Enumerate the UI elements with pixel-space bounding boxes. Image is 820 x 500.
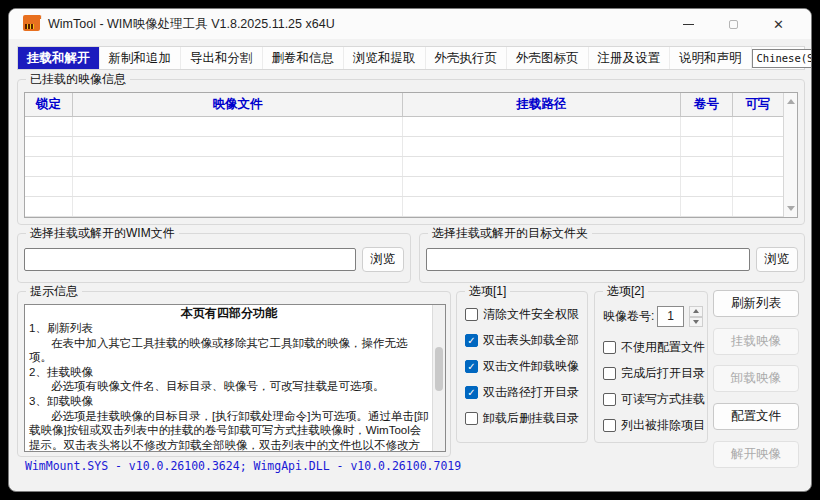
checkbox-box: ✓ <box>465 360 478 373</box>
checkbox-label: 不使用配置文件 <box>621 339 705 356</box>
checkbox-label: 双击文件卸载映像 <box>483 358 579 375</box>
dblclick-file-unmount-checkbox[interactable]: ✓双击文件卸载映像 <box>465 358 583 375</box>
table-row <box>25 137 783 157</box>
mount-image-button: 挂载映像 <box>713 328 799 355</box>
table-header-row: 锁定映像文件挂载路径卷号可写 <box>25 93 797 117</box>
open-dir-when-done-checkbox[interactable]: 完成后打开目录 <box>603 365 703 382</box>
stepper-up-icon[interactable] <box>689 306 703 317</box>
dblclick-path-open-dir-checkbox[interactable]: ✓双击路径打开目录 <box>465 384 583 401</box>
table-cell <box>733 177 783 196</box>
wim-file-input[interactable] <box>24 248 356 271</box>
column-mount-path[interactable]: 挂载路径 <box>403 93 681 116</box>
table-row <box>25 117 783 137</box>
hint-line: 3、卸载映像 <box>29 394 429 409</box>
column-image-file[interactable]: 映像文件 <box>73 93 403 116</box>
table-cell <box>733 137 783 156</box>
table-cell <box>733 117 783 136</box>
target-folder-group-label: 选择挂载或解开的目标文件夹 <box>428 226 592 240</box>
mounted-images-group: 已挂载的映像信息 锁定映像文件挂载路径卷号可写 <box>17 79 805 225</box>
tab-mount-unpack[interactable]: 挂载和解开 <box>18 47 100 69</box>
column-writable[interactable]: 可写 <box>733 93 783 116</box>
table-cell <box>25 177 73 196</box>
table-scrollbar[interactable] <box>783 93 797 217</box>
status-versions: WimMount.SYS - v10.0.26100.3624; WimgApi… <box>25 459 461 473</box>
table-cell <box>73 157 403 176</box>
tab-register-settings[interactable]: 注册及设置 <box>589 47 671 69</box>
checkbox-box <box>603 367 616 380</box>
tab-delete-volume-info[interactable]: 删卷和信息 <box>263 47 345 69</box>
tab-create-append[interactable]: 新制和追加 <box>100 47 182 69</box>
table-cell <box>403 177 681 196</box>
table-cell <box>681 137 733 156</box>
table-cell <box>25 157 73 176</box>
tab-shell-icon-page[interactable]: 外壳图标页 <box>507 47 589 69</box>
read-write-mount-checkbox[interactable]: 可读写方式挂载 <box>603 391 703 408</box>
tab-about[interactable]: 说明和声明 <box>670 47 752 69</box>
tab-bar: 挂载和解开新制和追加导出和分割删卷和信息浏览和提取外壳执行页外壳图标页注册及设置… <box>17 46 805 70</box>
tab-bar-items: 挂载和解开新制和追加导出和分割删卷和信息浏览和提取外壳执行页外壳图标页注册及设置… <box>18 47 752 69</box>
hint-lines: 1、刷新列表在表中加入其它工具挂载的映像或移除其它工具卸载的映像，操作无选项。2… <box>29 321 429 452</box>
refresh-list-button[interactable]: 刷新列表 <box>713 290 799 317</box>
table-cell <box>681 117 733 136</box>
table-cell <box>25 117 73 136</box>
scroll-down-icon[interactable] <box>787 206 795 211</box>
close-button[interactable]: ✕ <box>756 9 801 39</box>
table-cell <box>733 157 783 176</box>
no-config-file-checkbox[interactable]: 不使用配置文件 <box>603 339 703 356</box>
checkbox-label: 可读写方式挂载 <box>621 391 705 408</box>
checkbox-label: 双击路径打开目录 <box>483 384 579 401</box>
hint-info-group-label: 提示信息 <box>26 284 82 298</box>
app-window: WimTool - WIM映像处理工具 V1.8.2025.11.25 x64U… <box>8 8 812 492</box>
table-cell <box>73 177 403 196</box>
table-cell <box>25 197 73 216</box>
hint-line: 必选项有映像文件名、目标目录、映像号，可改写挂载是可选项。 <box>29 379 429 394</box>
mounted-images-table: 锁定映像文件挂载路径卷号可写 <box>24 92 798 218</box>
minimize-button[interactable] <box>666 9 711 39</box>
checkbox-label: 完成后打开目录 <box>621 365 705 382</box>
table-cell <box>403 117 681 136</box>
scroll-up-icon[interactable] <box>787 99 795 104</box>
clear-file-acl-checkbox[interactable]: 清除文件安全权限 <box>465 306 583 323</box>
table-row <box>25 157 783 177</box>
hint-info-group: 提示信息 本页有四部分功能 1、刷新列表在表中加入其它工具挂载的映像或移除其它工… <box>17 291 451 457</box>
table-cell <box>403 137 681 156</box>
folder-browse-button[interactable]: 浏览 <box>756 247 798 272</box>
table-cell <box>73 197 403 216</box>
table-cell <box>681 177 733 196</box>
stepper-down-icon[interactable] <box>689 317 703 328</box>
hint-line: 必选项是挂载映像的目标目录，[执行卸载处理命令]为可选项。通过单击[卸载映像]按… <box>29 409 429 452</box>
target-folder-input[interactable] <box>426 248 750 271</box>
checkbox-box: ✓ <box>465 334 478 347</box>
hint-scrollbar-thumb[interactable] <box>435 347 443 391</box>
hint-line: 1、刷新列表 <box>29 321 429 336</box>
delete-mount-dir-after-unmount-checkbox[interactable]: 卸载后删挂载目录 <box>465 410 583 427</box>
language-select-value: Chinese(Simp <box>757 52 813 64</box>
table-row <box>25 197 783 217</box>
target-folder-group: 选择挂载或解开的目标文件夹 浏览 <box>419 233 805 283</box>
config-file-button[interactable]: 配置文件 <box>713 403 799 430</box>
tab-export-split[interactable]: 导出和分割 <box>181 47 263 69</box>
app-icon <box>23 17 40 31</box>
language-select[interactable]: Chinese(Simp ∨ <box>752 49 813 68</box>
volume-number-input[interactable]: 1 <box>657 306 684 327</box>
table-cell <box>25 137 73 156</box>
hint-scrollbar[interactable] <box>432 305 445 451</box>
column-lock[interactable]: 锁定 <box>25 93 73 116</box>
table-row <box>25 177 783 197</box>
dblclick-header-unmount-all-checkbox[interactable]: ✓双击表头卸载全部 <box>465 332 583 349</box>
table-body <box>25 117 797 217</box>
checkbox-label: 双击表头卸载全部 <box>483 332 579 349</box>
mounted-images-group-label: 已挂载的映像信息 <box>26 72 130 86</box>
options1-group: 选项[1] 清除文件安全权限✓双击表头卸载全部✓双击文件卸载映像✓双击路径打开目… <box>456 291 588 443</box>
column-volume[interactable]: 卷号 <box>681 93 733 116</box>
hint-line: 2、挂载映像 <box>29 365 429 380</box>
tab-browse-extract[interactable]: 浏览和提取 <box>344 47 426 69</box>
volume-number-stepper[interactable] <box>689 306 703 327</box>
wim-file-group-label: 选择挂载或解开的WIM文件 <box>26 226 179 240</box>
wim-browse-button[interactable]: 浏览 <box>362 247 404 272</box>
hint-title: 本页有四部分功能 <box>29 306 429 321</box>
list-excluded-items-checkbox[interactable]: 列出被排除项目 <box>603 417 703 434</box>
tab-shell-exec-page[interactable]: 外壳执行页 <box>426 47 508 69</box>
table-cell <box>403 197 681 216</box>
maximize-button <box>711 9 756 39</box>
